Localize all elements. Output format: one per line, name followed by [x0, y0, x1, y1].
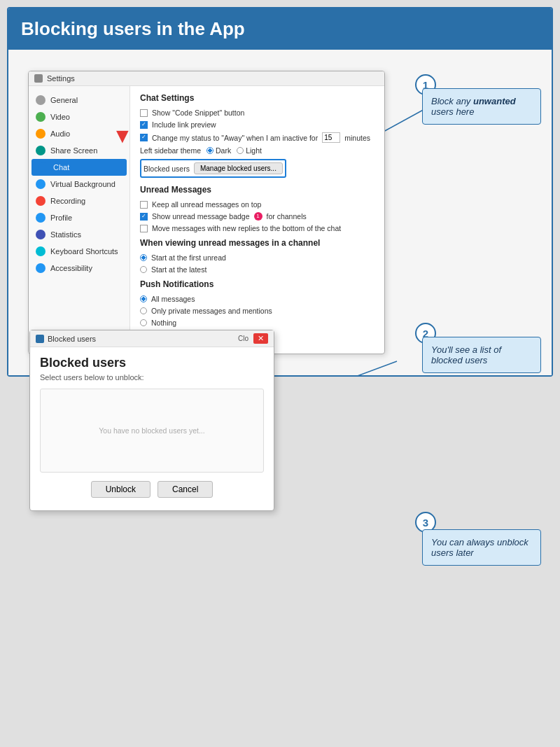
dialog-titlebar-right: Clo ✕ [238, 333, 268, 344]
manage-blocked-button[interactable]: Manage blocked users... [194, 162, 283, 174]
sidebar-keyboard-label: Keyboard Shortcuts [50, 247, 118, 256]
theme-label: Left sidebar theme [140, 146, 201, 155]
sidebar-profile-label: Profile [50, 214, 72, 222]
dialog-body: Blocked users Select users below to unbl… [30, 347, 274, 510]
all-messages-row: All messages [140, 295, 374, 303]
latest-radio[interactable] [140, 266, 147, 273]
dialog-titlebar-label: Blocked users [48, 335, 96, 343]
callout-1: Block any unwanted users here [422, 88, 541, 125]
dialog-close-button[interactable]: ✕ [253, 333, 268, 344]
page-title: Blocking users in the App [21, 18, 245, 39]
settings-body: General Video Audio Share Screen [29, 86, 384, 354]
code-snippet-row: Show "Code Snippet" button [140, 109, 374, 117]
push-title: Push Notifications [140, 279, 374, 289]
callout-1-bold: unwanted [473, 96, 516, 106]
dialog-list-area: You have no blocked users yet... [40, 389, 264, 473]
dialog-subtitle: Select users below to unblock: [40, 373, 264, 382]
private-messages-radio[interactable] [140, 307, 147, 314]
sidebar-item-chat[interactable]: Chat [31, 159, 127, 176]
unread-badge-label: Show unread message badge [152, 212, 250, 221]
callout-3-text: You can always unblock users later [431, 537, 528, 558]
accessibility-icon [36, 263, 46, 273]
dark-label: Dark [216, 146, 231, 155]
light-theme-option[interactable]: Light [237, 146, 262, 155]
settings-main: Chat Settings Show "Code Snippet" button… [130, 86, 384, 354]
link-preview-checkbox[interactable] [140, 121, 148, 129]
unblock-button[interactable]: Unblock [91, 481, 150, 498]
general-icon [36, 95, 46, 105]
move-messages-label: Move messages with new replies to the bo… [152, 224, 341, 232]
chat-settings-title: Chat Settings [140, 93, 374, 103]
unread-title: Unread Messages [140, 185, 374, 195]
sidebar-item-recording[interactable]: Recording [29, 193, 130, 209]
red-arrow: ▼ [112, 125, 133, 146]
latest-row: Start at the latest [140, 265, 374, 274]
theme-row: Left sidebar theme Dark Light [140, 146, 374, 155]
sidebar-item-profile[interactable]: Profile [29, 209, 130, 226]
first-unread-label: Start at the first unread [151, 253, 226, 262]
sidebar-chat-label: Chat [53, 163, 69, 172]
dark-radio[interactable] [206, 147, 214, 154]
viewing-unread-section: When viewing unread messages in a channe… [140, 238, 374, 274]
page-wrapper: Blocking users in the App 1 2 3 Block an… [7, 7, 553, 377]
code-snippet-label: Show "Code Snippet" button [152, 109, 244, 117]
dialog-footer: Unblock Cancel [40, 481, 264, 502]
dialog-icon [36, 335, 44, 343]
dialog-titlebar-left: Blocked users [36, 335, 96, 343]
sidebar-item-virtual-bg[interactable]: Virtual Background [29, 176, 130, 193]
away-status-row: Change my status to "Away" when I am ina… [140, 132, 374, 143]
sidebar-video-label: Video [50, 113, 70, 121]
light-label: Light [246, 146, 262, 155]
keyboard-icon [36, 246, 46, 256]
profile-icon [36, 213, 46, 223]
svg-line-1 [274, 361, 397, 375]
settings-window: Settings General Video Audio [28, 71, 385, 354]
unread-badge-checkbox[interactable] [140, 213, 148, 221]
light-radio[interactable] [237, 147, 244, 154]
dialog-close-label: Clo [238, 335, 248, 342]
cancel-button[interactable]: Cancel [158, 481, 213, 498]
callout-3: You can always unblock users later [422, 529, 541, 566]
link-preview-label: Include link preview [152, 120, 216, 129]
blocked-users-row: Blocked users Manage blocked users... [140, 159, 286, 178]
keep-unread-checkbox[interactable] [140, 201, 148, 209]
private-messages-label: Only private messages and mentions [151, 307, 272, 315]
inactive-minutes-input[interactable] [322, 132, 340, 143]
sidebar-general-label: General [50, 96, 78, 104]
code-snippet-checkbox[interactable] [140, 109, 148, 117]
badge-preview: 1 [254, 212, 262, 221]
sidebar-item-video[interactable]: Video [29, 109, 130, 125]
unread-badge-row: Show unread message badge 1 for channels [140, 212, 374, 221]
away-status-label: Change my status to "Away" when I am ina… [152, 134, 318, 142]
move-messages-checkbox[interactable] [140, 225, 148, 232]
dialog-title: Blocked users [40, 356, 264, 370]
sidebar-item-statistics[interactable]: Statistics [29, 226, 130, 243]
page-content: 1 2 3 Block any unwanted users here You'… [8, 50, 552, 375]
sidebar-share-label: Share Screen [50, 146, 97, 155]
settings-titlebar: Settings [29, 71, 384, 86]
dark-theme-option[interactable]: Dark [206, 146, 231, 155]
sidebar-stats-label: Statistics [50, 230, 81, 239]
for-channels-label: for channels [267, 212, 307, 221]
sidebar-item-keyboard[interactable]: Keyboard Shortcuts [29, 243, 130, 260]
all-messages-radio[interactable] [140, 295, 147, 302]
sidebar-item-accessibility[interactable]: Accessibility [29, 260, 130, 277]
recording-icon [36, 196, 46, 206]
virtual-bg-icon [36, 179, 46, 189]
nothing-label: Nothing [151, 319, 176, 327]
audio-icon [36, 129, 46, 139]
first-unread-row: Start at the first unread [140, 253, 374, 262]
callout-2-text: You'll see a list of blocked users [431, 344, 501, 365]
minutes-label: minutes [344, 134, 370, 142]
sidebar-recording-label: Recording [50, 197, 85, 205]
link-preview-row: Include link preview [140, 120, 374, 129]
video-icon [36, 112, 46, 122]
first-unread-radio[interactable] [140, 254, 147, 261]
nothing-radio[interactable] [140, 319, 147, 326]
away-status-checkbox[interactable] [140, 134, 148, 141]
settings-icon [34, 74, 43, 83]
move-messages-row: Move messages with new replies to the bo… [140, 224, 374, 232]
sidebar-item-general[interactable]: General [29, 92, 130, 109]
viewing-unread-title: When viewing unread messages in a channe… [140, 238, 374, 248]
blocked-users-dialog: Blocked users Clo ✕ Blocked users Select… [29, 330, 274, 511]
